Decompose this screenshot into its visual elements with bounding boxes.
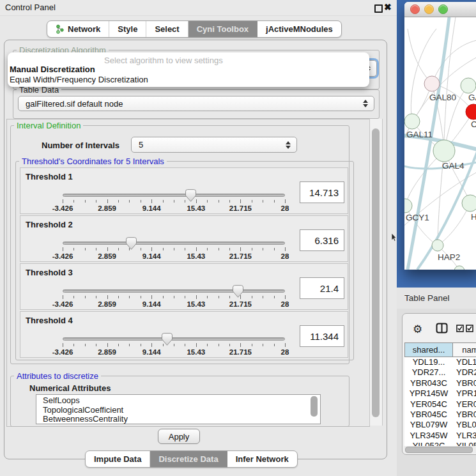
column-header[interactable]: name [453,342,476,357]
slider-tick [141,296,141,298]
close-icon[interactable]: ✖ [384,2,392,12]
cell-name: YIL052C [453,441,476,446]
tab-infer-network[interactable]: Infer Network [227,451,297,467]
slider-tick [73,344,74,346]
slider-tick [174,344,174,346]
split-columns-icon[interactable] [436,323,448,334]
slider-tick-label: 9.144 [142,252,161,260]
slider-tick [174,296,174,298]
attribute-list-item[interactable]: TopologicalCoefficient [43,406,320,415]
slider-tick-label: 21.715 [229,204,252,212]
threshold-value-field[interactable]: 6.316 [300,229,344,251]
horizontal-scrollbar[interactable] [404,446,476,453]
attribute-list-scrollbar-thumb[interactable] [311,396,318,417]
gear-icon[interactable]: ⚙ [413,323,422,336]
network-window-titlebar[interactable] [404,2,476,17]
node-label: GAL4 [442,161,464,171]
checkbox-icon[interactable] [466,325,474,332]
network-node[interactable] [433,140,455,162]
table-row[interactable]: YER054CYER054C [404,399,476,410]
slider-thumb[interactable] [126,237,137,250]
table-data-combo[interactable]: galFiltered.sif default node [18,96,374,111]
network-canvas[interactable]: GAL80GACGAL11GAL4GCY1HHAP2 [404,17,476,270]
tab-network[interactable]: Network [47,21,109,37]
slider-tick-label: 28 [281,300,289,308]
tab-impute-data[interactable]: Impute Data [86,451,150,467]
table-row[interactable]: YPR145WYPR145W [404,388,476,399]
slider-tick-label: 21.715 [229,348,252,356]
tab-discretize-data[interactable]: Discretize Data [150,451,227,467]
table-row[interactable]: YBR045CYBR045C [404,410,476,420]
cell-shared-name: YPR145W [404,388,453,399]
network-node[interactable] [404,114,420,129]
network-node[interactable] [462,195,476,211]
slider-tick [263,248,263,250]
column-header[interactable]: shared... [404,342,453,357]
mouse-cursor [391,233,397,242]
float-window-icon[interactable] [374,4,383,13]
vertical-scrollbar[interactable] [369,119,383,426]
node-label: HAP2 [438,252,460,262]
numerical-attributes-list[interactable]: SelfLoopsTopologicalCoefficientBetweenne… [36,394,321,424]
tab-jactivemnodules[interactable]: jActiveMNodules [257,21,341,37]
apply-button[interactable]: Apply [158,429,200,444]
number-of-intervals-combo[interactable]: 5 [131,137,297,153]
slider-tick-label: -3.426 [52,300,73,308]
threshold-value-field[interactable]: 11.344 [300,325,344,347]
threshold-value-field[interactable]: 21.4 [300,277,344,299]
zoom-light[interactable] [438,4,448,14]
slider-track[interactable] [63,289,285,293]
table-row[interactable]: YDL19...YDL19... [404,357,476,368]
network-view-window[interactable]: GAL80GACGAL11GAL4GCY1HHAP2 [404,2,476,270]
slider-tick-label: 21.715 [229,252,252,260]
slider-tick [229,344,230,346]
network-node[interactable] [404,199,412,213]
table-row[interactable]: YIL052CYIL052C [404,441,476,446]
attribute-list-item[interactable]: BetweennessCentrality [43,415,320,424]
table-row[interactable]: YBR043CYBR043C [404,378,476,389]
tab-label: jActiveMNodules [266,24,333,34]
algorithm-option[interactable]: Equal Width/Frequency Discretization [10,75,148,84]
slider-tick [252,200,252,203]
tab-cyni-toolbox[interactable]: Cyni Toolbox [188,21,257,37]
network-node[interactable] [461,78,476,93]
slider-tick [207,248,208,250]
slider-tick [274,344,275,346]
slider-tick [240,247,241,251]
slider-thumb[interactable] [233,285,243,298]
cell-shared-name: YBR045C [404,410,453,420]
network-node[interactable] [424,76,440,91]
tab-label: Cyni Toolbox [197,24,249,34]
vertical-scrollbar-thumb[interactable] [372,128,380,417]
algorithm-option[interactable]: Manual Discretization [10,65,95,74]
cell-name: YDR27... [453,367,476,378]
attribute-list-item[interactable]: SelfLoops [43,396,320,406]
slider-track[interactable] [63,337,285,341]
slider-tick [207,344,208,346]
slider-tick-label: 2.859 [98,204,116,212]
tab-style[interactable]: Style [109,21,146,37]
network-node[interactable] [466,104,476,119]
top-tab-bar: NetworkStyleSelectCyni ToolboxjActiveMNo… [47,20,342,38]
panel-title: Control Panel [5,3,56,12]
slider-tick [285,247,286,251]
table-row[interactable]: YBL079WYBL079W [404,420,476,431]
minimize-light[interactable] [424,4,434,14]
table-row[interactable]: YDR27...YDR27... [404,367,476,378]
slider-track[interactable] [63,242,285,245]
slider-thumb[interactable] [185,189,196,202]
threshold-value-field[interactable]: 14.713 [300,181,344,203]
tab-select[interactable]: Select [146,21,188,37]
network-node[interactable] [454,266,464,270]
table-row[interactable]: YLR345WYLR345W [404,431,476,441]
slider-tick [174,248,174,250]
horizontal-scrollbar-thumb[interactable] [405,447,473,453]
network-node[interactable] [432,240,443,251]
slider-track[interactable] [63,194,285,197]
slider-thumb[interactable] [162,333,173,346]
slider-tick [107,199,108,203]
checkbox-icon[interactable] [456,325,464,332]
slider-tick [141,200,141,203]
close-light[interactable] [410,4,420,14]
tab-label: Infer Network [236,454,289,464]
